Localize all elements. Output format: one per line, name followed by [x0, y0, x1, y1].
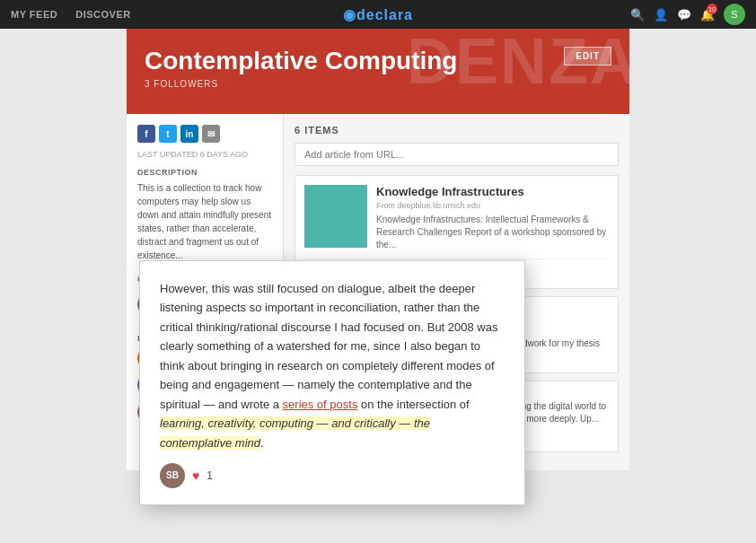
user-avatar-nav[interactable]: S — [724, 4, 745, 25]
article-info: Knowledge Infrastructures From deepblue.… — [376, 185, 609, 251]
followers-count: 3 FOLLOWERS — [145, 79, 611, 89]
hero-header: DENZA Contemplative Computing 3 FOLLOWER… — [127, 29, 629, 114]
nav-my-feed[interactable]: MY FEED — [11, 9, 57, 20]
article-source: From deepblue.lib.umich.edu — [376, 201, 609, 210]
article-title[interactable]: Knowledge Infrastructures — [376, 185, 609, 198]
linkedin-share-icon[interactable]: in — [180, 125, 198, 143]
top-navigation: MY FEED DISCOVER ◉declara 🔍 👤 💬 🔔 10 S — [0, 0, 756, 29]
user-icon[interactable]: 👤 — [654, 8, 668, 22]
article-thumbnail — [304, 185, 367, 248]
search-icon[interactable]: 🔍 — [630, 8, 645, 22]
logo-icon: ◉ — [343, 7, 356, 22]
page-title: Contemplative Computing — [145, 47, 611, 75]
popup-italic-text: learning, creativity, computing — and cr… — [160, 416, 430, 449]
last-updated-label: LAST UPDATED 6 DAYS AGO — [137, 150, 272, 159]
nav-discover[interactable]: DISCOVER — [75, 9, 130, 20]
share-icons: f t in ✉ — [137, 125, 272, 143]
popup-avatar: SB — [160, 463, 185, 488]
items-count: 6 ITEMS — [294, 125, 619, 136]
site-logo: ◉declara — [343, 6, 413, 23]
popup-card: However, this was still focused on dialo… — [139, 260, 525, 505]
nav-icons-group: 🔍 👤 💬 🔔 10 S — [630, 4, 745, 25]
notification-count: 10 — [707, 4, 717, 14]
article-description: Knowledge Infrastructures: Intellectual … — [376, 214, 609, 251]
popup-text-content: However, this was still focused on dialo… — [160, 279, 505, 452]
popup-text-before: However, this was still focused on dialo… — [160, 282, 498, 411]
notification-badge[interactable]: 🔔 10 — [700, 6, 715, 22]
facebook-share-icon[interactable]: f — [137, 125, 155, 143]
edit-button[interactable]: EDIT — [564, 47, 611, 66]
popup-text-mid: on the intersection of — [357, 398, 469, 411]
popup-series-link[interactable]: series of posts — [283, 398, 358, 411]
article-card-inner: Knowledge Infrastructures From deepblue.… — [304, 185, 609, 251]
message-icon[interactable]: 💬 — [677, 8, 691, 22]
logo-text: declara — [356, 7, 413, 22]
popup-footer: SB ♥ 1 — [160, 463, 505, 488]
email-share-icon[interactable]: ✉ — [202, 125, 220, 143]
add-article-input[interactable] — [294, 143, 619, 166]
twitter-share-icon[interactable]: t — [159, 125, 177, 143]
description-heading: DESCRIPTION — [137, 168, 272, 177]
heart-icon[interactable]: ♥ — [192, 469, 199, 483]
like-count: 1 — [207, 469, 213, 482]
popup-text-end: . — [260, 436, 264, 450]
description-text: This is a collection to track how comput… — [137, 181, 272, 262]
